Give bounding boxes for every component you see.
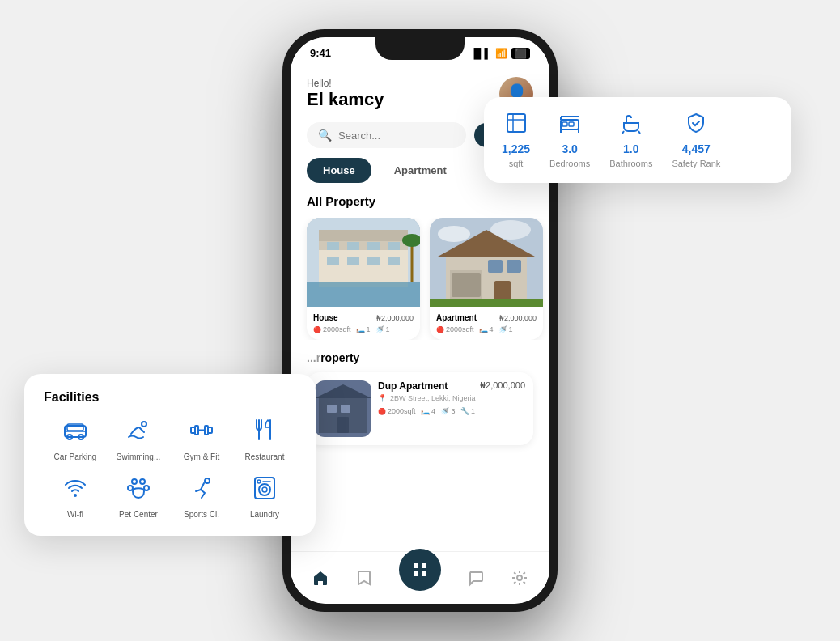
featured-price: ₦2,000,000 — [480, 380, 525, 392]
svg-point-70 — [262, 487, 267, 492]
sqft-meta-2: 🔴 2000sqft — [436, 325, 474, 333]
safety-icon — [685, 112, 707, 139]
facility-label-sports: Sports Cl. — [184, 510, 219, 520]
facility-label-wifi: Wi-fi — [67, 510, 83, 520]
svg-point-66 — [144, 486, 149, 490]
swimming-icon — [126, 418, 151, 448]
nav-settings[interactable] — [511, 569, 528, 582]
svg-rect-42 — [341, 405, 350, 413]
greeting-text: Hello! — [307, 78, 384, 89]
svg-rect-15 — [319, 230, 408, 241]
safety-label: Safety Rank — [672, 159, 720, 168]
svg-rect-47 — [422, 571, 426, 576]
facilities-grid: Car Parking Swimming... — [44, 418, 296, 520]
search-input[interactable] — [338, 129, 455, 142]
svg-rect-17 — [347, 242, 359, 250]
car-parking-icon — [63, 418, 87, 448]
tab-apartment[interactable]: Apartment — [378, 158, 463, 183]
bedrooms-value: 3.0 — [562, 142, 577, 155]
facility-gym[interactable]: Gym & Fit — [170, 418, 233, 462]
facilities-card: Facilities Car Parking — [24, 374, 316, 536]
svg-rect-33 — [452, 273, 481, 297]
svg-rect-19 — [388, 242, 400, 250]
bathrooms-label: Bathrooms — [609, 159, 652, 168]
facility-car-parking[interactable]: Car Parking — [44, 418, 107, 462]
sqft-value: 1,225 — [502, 142, 530, 155]
svg-rect-13 — [319, 246, 408, 287]
property-meta-1: 🔴 2000sqft 🛏️ 1 🚿 1 — [313, 325, 414, 333]
svg-rect-3 — [561, 120, 579, 129]
svg-point-71 — [257, 480, 261, 483]
property-type-2: Apartment — [436, 313, 477, 322]
facility-laundry[interactable]: Laundry — [233, 475, 296, 520]
svg-point-67 — [205, 478, 210, 483]
pet-icon — [126, 475, 151, 505]
featured-content: Dup Apartment ₦2,000,000 📍 2BW Street, L… — [307, 372, 533, 445]
bath-meta-2: 🚿 1 — [498, 325, 513, 333]
nav-home[interactable] — [312, 569, 329, 582]
svg-rect-0 — [507, 114, 525, 132]
signal-icon: ▐▌▌ — [470, 48, 491, 59]
sports-icon — [189, 475, 214, 505]
search-bar[interactable]: 🔍 — [307, 122, 466, 148]
bathrooms-value: 1.0 — [623, 142, 638, 155]
wifi-icon — [63, 475, 87, 505]
svg-rect-37 — [430, 299, 543, 307]
facilities-title: Facilities — [44, 390, 296, 405]
svg-rect-44 — [414, 563, 418, 568]
property-image-1 — [307, 218, 420, 307]
bedrooms-detail: 3.0 Bedrooms — [549, 112, 590, 168]
battery-icon: ⬛ — [511, 48, 530, 59]
svg-line-11 — [638, 131, 640, 134]
svg-rect-41 — [327, 405, 337, 413]
sqft-meta-1: 🔴 2000sqft — [313, 325, 351, 333]
feat-baths: 🚿 3 — [440, 407, 456, 415]
property-price-1: ₦2,000,000 — [376, 314, 414, 322]
facility-sports[interactable]: Sports Cl. — [170, 475, 233, 520]
facility-pet[interactable]: Pet Center — [107, 475, 170, 520]
safety-value: 4,457 — [682, 142, 711, 155]
tab-house[interactable]: House — [307, 158, 371, 183]
nav-grid-center[interactable] — [399, 549, 441, 582]
sqft-label: sqft — [509, 159, 524, 168]
feat-sqft: 🔴 2000sqft — [378, 407, 416, 415]
bath-meta-1: 🚿 1 — [375, 325, 390, 333]
featured-details: Dup Apartment ₦2,000,000 📍 2BW Street, L… — [378, 380, 525, 437]
nav-bookmark[interactable] — [355, 569, 373, 582]
location-icon: 📍 — [378, 394, 387, 402]
property-info-2: Apartment ₦2,000,000 🔴 2000sqft 🛏️ 4 — [430, 307, 543, 340]
status-icons: ▐▌▌ 📶 ⬛ — [470, 48, 530, 59]
sqft-dot-icon: 🔴 — [378, 408, 386, 415]
svg-line-10 — [622, 131, 624, 134]
svg-rect-46 — [414, 571, 418, 576]
feat-garage: 🔧 1 — [460, 407, 476, 415]
featured-card[interactable]: Dup Apartment ₦2,000,000 📍 2BW Street, L… — [307, 372, 533, 445]
nav-chat[interactable] — [467, 569, 485, 582]
facility-label-laundry: Laundry — [250, 510, 279, 520]
svg-point-62 — [74, 494, 77, 497]
svg-rect-21 — [347, 257, 359, 265]
svg-point-64 — [140, 479, 145, 484]
property-card-1[interactable]: House ₦2,000,000 🔴 2000sqft 🛏️ 1 — [307, 218, 420, 340]
facility-wifi[interactable]: Wi-fi — [44, 475, 107, 520]
svg-rect-24 — [307, 282, 420, 307]
bathrooms-detail: 1.0 Bathrooms — [609, 112, 652, 168]
svg-point-69 — [259, 484, 270, 495]
property-meta-2: 🔴 2000sqft 🛏️ 4 🚿 1 — [436, 325, 537, 333]
svg-rect-16 — [327, 242, 339, 250]
bed-meta-1: 🛏️ 1 — [356, 325, 371, 333]
property-price-2: ₦2,000,000 — [499, 314, 537, 322]
svg-rect-58 — [205, 426, 208, 435]
svg-rect-23 — [388, 257, 400, 265]
svg-point-28 — [438, 226, 470, 242]
svg-point-54 — [142, 422, 146, 427]
status-time: 9:41 — [310, 47, 331, 59]
svg-point-65 — [128, 486, 133, 490]
facility-restaurant[interactable]: Restaurant — [233, 418, 296, 462]
featured-thumbnail — [315, 380, 371, 437]
svg-rect-45 — [422, 563, 426, 568]
facility-label-swimming: Swimming... — [117, 452, 160, 462]
facility-swimming[interactable]: Swimming... — [107, 418, 170, 462]
property-card-2[interactable]: Apartment ₦2,000,000 🔴 2000sqft 🛏️ 4 — [430, 218, 543, 340]
property-type-1: House — [313, 313, 338, 322]
